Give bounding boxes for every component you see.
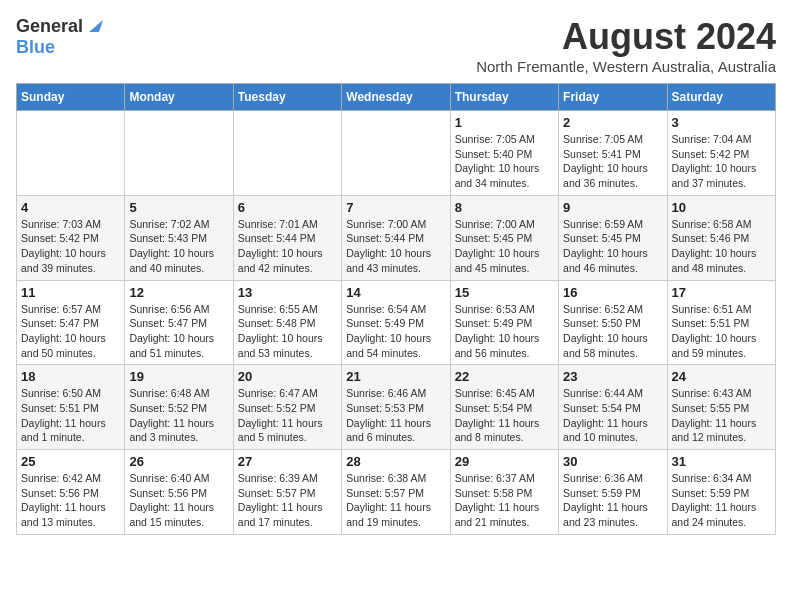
svg-marker-0 [89, 20, 103, 32]
day-number: 25 [21, 454, 120, 469]
calendar-week-row: 25Sunrise: 6:42 AM Sunset: 5:56 PM Dayli… [17, 450, 776, 535]
day-info: Sunrise: 6:50 AM Sunset: 5:51 PM Dayligh… [21, 386, 120, 445]
day-info: Sunrise: 6:59 AM Sunset: 5:45 PM Dayligh… [563, 217, 662, 276]
day-number: 15 [455, 285, 554, 300]
day-info: Sunrise: 6:44 AM Sunset: 5:54 PM Dayligh… [563, 386, 662, 445]
day-number: 10 [672, 200, 771, 215]
day-info: Sunrise: 6:38 AM Sunset: 5:57 PM Dayligh… [346, 471, 445, 530]
day-info: Sunrise: 6:57 AM Sunset: 5:47 PM Dayligh… [21, 302, 120, 361]
day-info: Sunrise: 6:45 AM Sunset: 5:54 PM Dayligh… [455, 386, 554, 445]
day-info: Sunrise: 7:05 AM Sunset: 5:40 PM Dayligh… [455, 132, 554, 191]
day-info: Sunrise: 6:39 AM Sunset: 5:57 PM Dayligh… [238, 471, 337, 530]
calendar-cell: 5Sunrise: 7:02 AM Sunset: 5:43 PM Daylig… [125, 195, 233, 280]
calendar-col-header: Friday [559, 84, 667, 111]
day-number: 7 [346, 200, 445, 215]
day-number: 2 [563, 115, 662, 130]
title-area: August 2024 North Fremantle, Western Aus… [103, 16, 776, 75]
day-number: 9 [563, 200, 662, 215]
calendar-cell: 1Sunrise: 7:05 AM Sunset: 5:40 PM Daylig… [450, 111, 558, 196]
calendar-cell: 15Sunrise: 6:53 AM Sunset: 5:49 PM Dayli… [450, 280, 558, 365]
calendar-cell: 16Sunrise: 6:52 AM Sunset: 5:50 PM Dayli… [559, 280, 667, 365]
calendar-header-row: SundayMondayTuesdayWednesdayThursdayFrid… [17, 84, 776, 111]
logo-blue-text: Blue [16, 37, 55, 58]
calendar-cell [125, 111, 233, 196]
day-info: Sunrise: 6:51 AM Sunset: 5:51 PM Dayligh… [672, 302, 771, 361]
day-info: Sunrise: 6:48 AM Sunset: 5:52 PM Dayligh… [129, 386, 228, 445]
day-number: 11 [21, 285, 120, 300]
day-info: Sunrise: 7:03 AM Sunset: 5:42 PM Dayligh… [21, 217, 120, 276]
day-number: 22 [455, 369, 554, 384]
day-number: 8 [455, 200, 554, 215]
calendar-cell [17, 111, 125, 196]
calendar-cell: 28Sunrise: 6:38 AM Sunset: 5:57 PM Dayli… [342, 450, 450, 535]
day-number: 3 [672, 115, 771, 130]
calendar-cell: 23Sunrise: 6:44 AM Sunset: 5:54 PM Dayli… [559, 365, 667, 450]
day-info: Sunrise: 6:55 AM Sunset: 5:48 PM Dayligh… [238, 302, 337, 361]
calendar-cell [233, 111, 341, 196]
day-number: 16 [563, 285, 662, 300]
day-number: 27 [238, 454, 337, 469]
calendar-col-header: Tuesday [233, 84, 341, 111]
day-info: Sunrise: 7:00 AM Sunset: 5:44 PM Dayligh… [346, 217, 445, 276]
calendar-cell: 6Sunrise: 7:01 AM Sunset: 5:44 PM Daylig… [233, 195, 341, 280]
day-number: 6 [238, 200, 337, 215]
day-info: Sunrise: 7:05 AM Sunset: 5:41 PM Dayligh… [563, 132, 662, 191]
day-info: Sunrise: 7:01 AM Sunset: 5:44 PM Dayligh… [238, 217, 337, 276]
day-number: 24 [672, 369, 771, 384]
calendar-col-header: Sunday [17, 84, 125, 111]
day-number: 19 [129, 369, 228, 384]
calendar-subtitle: North Fremantle, Western Australia, Aust… [103, 58, 776, 75]
calendar-cell: 14Sunrise: 6:54 AM Sunset: 5:49 PM Dayli… [342, 280, 450, 365]
calendar-cell: 30Sunrise: 6:36 AM Sunset: 5:59 PM Dayli… [559, 450, 667, 535]
calendar-col-header: Thursday [450, 84, 558, 111]
calendar-cell [342, 111, 450, 196]
day-number: 23 [563, 369, 662, 384]
calendar-week-row: 4Sunrise: 7:03 AM Sunset: 5:42 PM Daylig… [17, 195, 776, 280]
day-number: 4 [21, 200, 120, 215]
day-info: Sunrise: 6:53 AM Sunset: 5:49 PM Dayligh… [455, 302, 554, 361]
day-number: 28 [346, 454, 445, 469]
calendar-col-header: Saturday [667, 84, 775, 111]
calendar-cell: 12Sunrise: 6:56 AM Sunset: 5:47 PM Dayli… [125, 280, 233, 365]
day-info: Sunrise: 6:42 AM Sunset: 5:56 PM Dayligh… [21, 471, 120, 530]
logo-bird-icon [85, 18, 103, 34]
day-info: Sunrise: 7:00 AM Sunset: 5:45 PM Dayligh… [455, 217, 554, 276]
day-number: 29 [455, 454, 554, 469]
day-info: Sunrise: 6:54 AM Sunset: 5:49 PM Dayligh… [346, 302, 445, 361]
calendar-cell: 3Sunrise: 7:04 AM Sunset: 5:42 PM Daylig… [667, 111, 775, 196]
calendar-cell: 20Sunrise: 6:47 AM Sunset: 5:52 PM Dayli… [233, 365, 341, 450]
calendar-table: SundayMondayTuesdayWednesdayThursdayFrid… [16, 83, 776, 535]
calendar-cell: 31Sunrise: 6:34 AM Sunset: 5:59 PM Dayli… [667, 450, 775, 535]
calendar-cell: 17Sunrise: 6:51 AM Sunset: 5:51 PM Dayli… [667, 280, 775, 365]
calendar-week-row: 18Sunrise: 6:50 AM Sunset: 5:51 PM Dayli… [17, 365, 776, 450]
calendar-col-header: Wednesday [342, 84, 450, 111]
page-header: General Blue August 2024 North Fremantle… [16, 16, 776, 75]
calendar-cell: 4Sunrise: 7:03 AM Sunset: 5:42 PM Daylig… [17, 195, 125, 280]
calendar-cell: 18Sunrise: 6:50 AM Sunset: 5:51 PM Dayli… [17, 365, 125, 450]
day-info: Sunrise: 6:43 AM Sunset: 5:55 PM Dayligh… [672, 386, 771, 445]
calendar-week-row: 1Sunrise: 7:05 AM Sunset: 5:40 PM Daylig… [17, 111, 776, 196]
calendar-cell: 13Sunrise: 6:55 AM Sunset: 5:48 PM Dayli… [233, 280, 341, 365]
day-number: 31 [672, 454, 771, 469]
day-info: Sunrise: 6:46 AM Sunset: 5:53 PM Dayligh… [346, 386, 445, 445]
day-number: 17 [672, 285, 771, 300]
calendar-cell: 19Sunrise: 6:48 AM Sunset: 5:52 PM Dayli… [125, 365, 233, 450]
calendar-col-header: Monday [125, 84, 233, 111]
calendar-cell: 27Sunrise: 6:39 AM Sunset: 5:57 PM Dayli… [233, 450, 341, 535]
day-number: 12 [129, 285, 228, 300]
calendar-cell: 26Sunrise: 6:40 AM Sunset: 5:56 PM Dayli… [125, 450, 233, 535]
calendar-cell: 9Sunrise: 6:59 AM Sunset: 5:45 PM Daylig… [559, 195, 667, 280]
day-info: Sunrise: 6:52 AM Sunset: 5:50 PM Dayligh… [563, 302, 662, 361]
calendar-title: August 2024 [103, 16, 776, 58]
day-number: 5 [129, 200, 228, 215]
day-info: Sunrise: 7:02 AM Sunset: 5:43 PM Dayligh… [129, 217, 228, 276]
calendar-cell: 21Sunrise: 6:46 AM Sunset: 5:53 PM Dayli… [342, 365, 450, 450]
calendar-cell: 10Sunrise: 6:58 AM Sunset: 5:46 PM Dayli… [667, 195, 775, 280]
day-info: Sunrise: 7:04 AM Sunset: 5:42 PM Dayligh… [672, 132, 771, 191]
day-number: 20 [238, 369, 337, 384]
day-info: Sunrise: 6:40 AM Sunset: 5:56 PM Dayligh… [129, 471, 228, 530]
day-number: 21 [346, 369, 445, 384]
calendar-cell: 25Sunrise: 6:42 AM Sunset: 5:56 PM Dayli… [17, 450, 125, 535]
calendar-cell: 24Sunrise: 6:43 AM Sunset: 5:55 PM Dayli… [667, 365, 775, 450]
calendar-cell: 8Sunrise: 7:00 AM Sunset: 5:45 PM Daylig… [450, 195, 558, 280]
